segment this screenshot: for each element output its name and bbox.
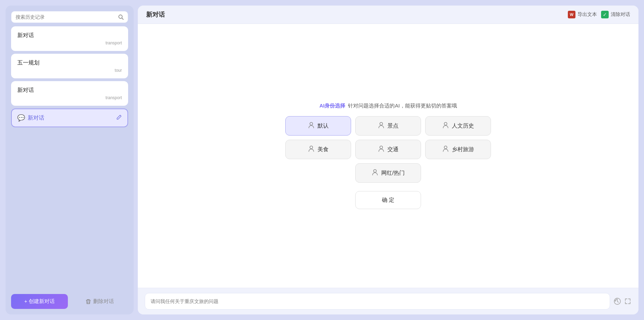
chat-item-4[interactable]: 💬 新对话 (11, 109, 128, 127)
chat-list: 新对话 transport 五一规划 tour 新对话 transport 💬 … (11, 26, 128, 289)
main-header: 新对话 W 导出文本 ✓ 清除对话 (138, 6, 638, 24)
role-viral-label: 网红/热门 (381, 170, 405, 177)
chat-item-title: 新对话 (17, 87, 122, 94)
ai-roles-row-2: 美食 交通 (285, 140, 491, 159)
export-label: 导出文本 (578, 11, 597, 18)
clear-button[interactable]: ✓ 清除对话 (601, 11, 630, 18)
ai-roles-grid: 默认 景点 (285, 116, 491, 183)
chat-input[interactable] (145, 293, 610, 310)
chat-item-sub: tour (17, 68, 122, 73)
delete-chat-label: 删除对话 (93, 298, 114, 305)
person-icon-2 (378, 122, 385, 130)
svg-point-8 (374, 170, 376, 172)
role-rural-label: 乡村旅游 (452, 146, 474, 153)
clear-icon: ✓ (601, 11, 609, 18)
role-transport-label: 交通 (387, 146, 399, 153)
search-input[interactable] (16, 14, 115, 20)
ai-select-label: AI身份选择 (319, 103, 345, 109)
chat-item-2[interactable]: 五一规划 tour (11, 54, 128, 78)
create-chat-button[interactable]: + 创建新对话 (11, 294, 68, 309)
chat-item-sub: transport (17, 95, 122, 100)
role-culture-label: 人文历史 (452, 122, 474, 130)
role-default-button[interactable]: 默认 (285, 116, 351, 136)
svg-point-3 (380, 122, 383, 125)
chat-item-title: 五一规划 (17, 59, 122, 67)
delete-chat-button[interactable]: 删除对话 (71, 294, 128, 309)
chat-bubble-icon: 💬 (17, 114, 25, 122)
expand-button[interactable] (624, 297, 632, 305)
chat-item-3[interactable]: 新对话 transport (11, 81, 128, 106)
page-title: 新对话 (146, 10, 568, 19)
main-body: AI身份选择 针对问题选择合适的AI，能获得更贴切的答案哦 默认 (138, 24, 638, 288)
role-culture-button[interactable]: 人文历史 (425, 116, 491, 136)
chat-item-active-title: 新对话 (28, 114, 114, 122)
word-icon: W (568, 11, 575, 18)
role-viral-button[interactable]: 网红/热门 (355, 163, 421, 183)
input-area (138, 288, 638, 314)
svg-point-5 (310, 146, 313, 149)
role-scenic-button[interactable]: 景点 (355, 116, 421, 136)
person-icon-3 (442, 122, 449, 130)
search-button[interactable] (118, 14, 124, 20)
search-bar (11, 11, 128, 23)
history-button[interactable] (614, 297, 621, 305)
ai-select-header: AI身份选择 针对问题选择合适的AI，能获得更贴切的答案哦 (319, 103, 457, 109)
role-rural-button[interactable]: 乡村旅游 (425, 140, 491, 159)
ai-roles-row-3: 网红/热门 (355, 163, 421, 183)
main-panel: 新对话 W 导出文本 ✓ 清除对话 AI身份选择 针对问题选择合适的AI，能获得… (138, 6, 638, 314)
history-icon (614, 297, 621, 305)
sidebar-footer: + 创建新对话 删除对话 (11, 294, 128, 309)
ai-select-description: 针对问题选择合适的AI，能获得更贴切的答案哦 (348, 103, 457, 109)
expand-icon (624, 297, 632, 305)
person-icon-7 (372, 169, 378, 178)
role-transport-button[interactable]: 交通 (355, 140, 421, 159)
clear-label: 清除对话 (611, 11, 630, 18)
person-icon (308, 122, 315, 130)
ai-roles-row-1: 默认 景点 (285, 116, 491, 136)
svg-point-2 (310, 122, 313, 125)
export-button[interactable]: W 导出文本 (568, 11, 597, 18)
role-food-label: 美食 (317, 146, 329, 153)
header-actions: W 导出文本 ✓ 清除对话 (568, 11, 630, 18)
edit-icon (116, 114, 122, 120)
chat-item-1[interactable]: 新对话 transport (11, 26, 128, 51)
chat-item-title: 新对话 (17, 32, 122, 39)
input-actions (614, 297, 632, 305)
svg-point-4 (444, 122, 447, 125)
confirm-button[interactable]: 确 定 (355, 191, 421, 209)
ai-select-section: AI身份选择 针对问题选择合适的AI，能获得更贴切的答案哦 默认 (285, 103, 491, 209)
person-icon-4 (308, 145, 315, 154)
role-food-button[interactable]: 美食 (285, 140, 351, 159)
role-scenic-label: 景点 (387, 122, 399, 130)
person-icon-6 (442, 145, 449, 154)
chat-item-sub: transport (17, 41, 122, 45)
svg-point-7 (444, 146, 447, 149)
svg-point-6 (380, 146, 383, 149)
person-icon-5 (378, 145, 385, 154)
svg-line-1 (122, 18, 123, 19)
role-default-label: 默认 (317, 122, 329, 130)
search-icon (118, 14, 124, 20)
trash-icon (86, 299, 91, 304)
edit-chat-button[interactable] (116, 114, 122, 121)
sidebar: 新对话 transport 五一规划 tour 新对话 transport 💬 … (6, 6, 134, 314)
